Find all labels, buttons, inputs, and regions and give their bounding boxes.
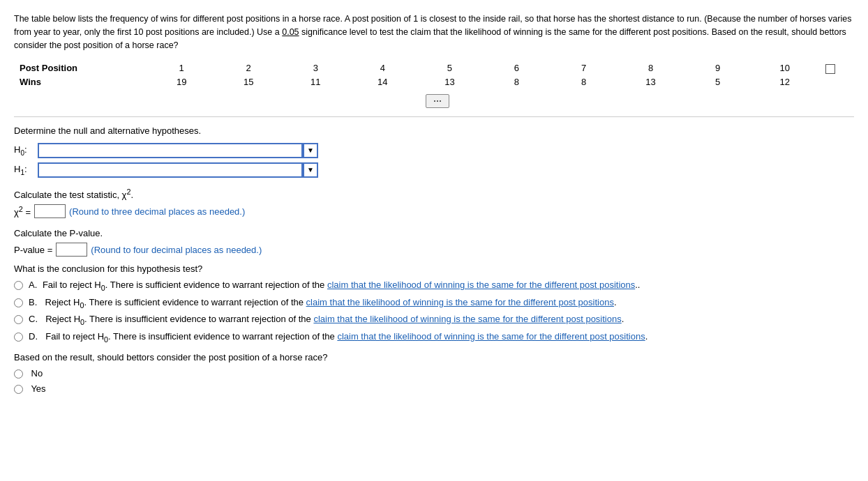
pos-3: 3 xyxy=(282,61,349,75)
final-yes-radio[interactable] xyxy=(14,385,23,394)
pos-2: 2 xyxy=(215,61,282,75)
pos-7: 7 xyxy=(551,61,618,75)
chi-sq-hint: (Round to three decimal places as needed… xyxy=(69,206,245,217)
option-a-row: A. Fail to reject H0. There is sufficien… xyxy=(14,280,854,292)
determine-hypotheses-label: Determine the null and alternative hypot… xyxy=(14,125,854,136)
pos-9: 9 xyxy=(684,61,751,75)
option-c-row: C. Reject H0. There is insufficient evid… xyxy=(14,314,854,326)
chi-sq-input[interactable] xyxy=(34,204,66,218)
final-no-row: No xyxy=(14,368,854,379)
option-d-row: D. Fail to reject H0. There is insuffici… xyxy=(14,331,854,344)
data-table: Post Position 1 2 3 4 5 6 7 8 9 10 Wins … xyxy=(14,61,854,89)
option-b-row: B. Reject H0. There is sufficient eviden… xyxy=(14,297,854,310)
option-b-text: B. Reject H0. There is sufficient eviden… xyxy=(29,297,617,310)
h0-input[interactable] xyxy=(38,143,303,158)
option-a-text: A. Fail to reject H0. There is sufficien… xyxy=(29,280,640,292)
final-yes-label: Yes xyxy=(29,383,46,394)
option-c-radio[interactable] xyxy=(14,315,23,324)
calc-test-statistic-label: Calculate the test statistic, χ2. xyxy=(14,188,854,200)
expand-icon-cell xyxy=(818,61,854,75)
option-a-radio[interactable] xyxy=(14,281,23,290)
wins-7: 8 xyxy=(551,75,618,89)
wins-label: Wins xyxy=(14,75,148,89)
intro-paragraph: The table below lists the frequency of w… xyxy=(14,13,854,52)
wins-2: 15 xyxy=(215,75,282,89)
h0-row: H0: ▼ xyxy=(14,143,854,158)
pvalue-hint: (Round to four decimal places as needed.… xyxy=(91,245,262,255)
chi-sq-row: χ2 = (Round to three decimal places as n… xyxy=(14,204,854,218)
wins-9: 5 xyxy=(684,75,751,89)
pvalue-input[interactable] xyxy=(56,243,87,257)
more-button[interactable]: ⋯ xyxy=(426,94,449,108)
final-question-label: Based on the result, should bettors cons… xyxy=(14,352,854,362)
option-c-text: C. Reject H0. There is insufficient evid… xyxy=(29,314,624,326)
pvalue-symbol: P-value = xyxy=(14,245,52,255)
post-position-label: Post Position xyxy=(14,61,148,75)
wins-4: 14 xyxy=(349,75,416,89)
pos-10: 10 xyxy=(751,61,818,75)
calc-test-statistic-section: Calculate the test statistic, χ2. χ2 = (… xyxy=(14,188,854,218)
wins-8: 13 xyxy=(618,75,684,89)
wins-1: 19 xyxy=(148,75,215,89)
h1-dropdown-button[interactable]: ▼ xyxy=(303,162,318,178)
final-yes-row: Yes xyxy=(14,383,854,394)
option-b-radio[interactable] xyxy=(14,298,23,307)
wins-5: 13 xyxy=(416,75,483,89)
pvalue-row: P-value = (Round to four decimal places … xyxy=(14,243,854,257)
calc-pvalue-section: Calculate the P-value. P-value = (Round … xyxy=(14,228,854,257)
pos-5: 5 xyxy=(416,61,483,75)
empty-cell xyxy=(818,75,854,89)
h0-label: H0: xyxy=(14,144,33,157)
h1-input[interactable] xyxy=(38,162,303,178)
pos-4: 4 xyxy=(349,61,416,75)
final-no-radio[interactable] xyxy=(14,369,23,379)
wins-10: 12 xyxy=(751,75,818,89)
final-section: Based on the result, should bettors cons… xyxy=(14,352,854,394)
wins-6: 8 xyxy=(483,75,550,89)
pos-6: 6 xyxy=(483,61,550,75)
expand-icon[interactable] xyxy=(825,64,835,74)
pos-1: 1 xyxy=(148,61,215,75)
wins-3: 11 xyxy=(282,75,349,89)
chi-sq-symbol: χ2 = xyxy=(14,205,31,217)
pos-8: 8 xyxy=(618,61,684,75)
h1-label: H1: xyxy=(14,164,33,176)
final-no-label: No xyxy=(29,368,43,379)
section-divider-1 xyxy=(14,116,854,117)
option-d-text: D. Fail to reject H0. There is insuffici… xyxy=(29,331,648,344)
option-d-radio[interactable] xyxy=(14,333,23,342)
h0-dropdown-button[interactable]: ▼ xyxy=(303,143,318,158)
conclusion-question-label: What is the conclusion for this hypothes… xyxy=(14,264,854,274)
calc-pvalue-label: Calculate the P-value. xyxy=(14,228,854,238)
h1-row: H1: ▼ xyxy=(14,162,854,178)
